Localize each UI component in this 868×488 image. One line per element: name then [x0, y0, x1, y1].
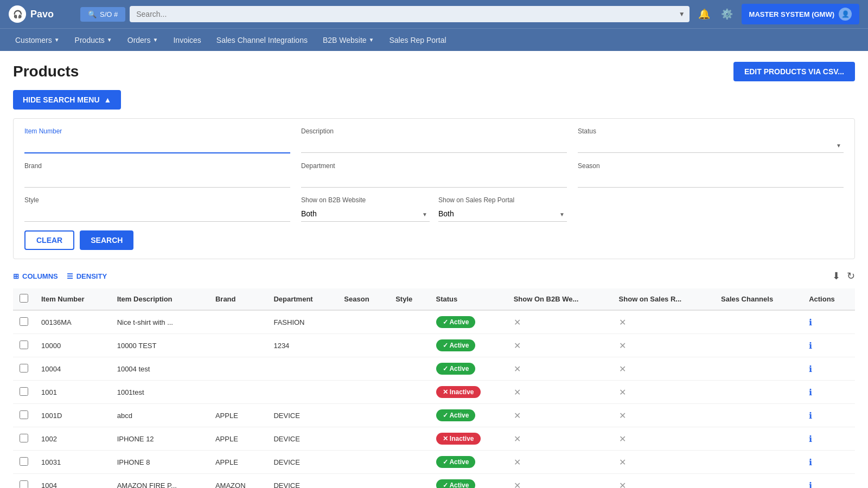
description-input[interactable] [301, 137, 567, 153]
table-row: 10031 IPHONE 8 APPLE DEVICE ✓ Active ✕ ✕… [13, 451, 855, 474]
select-all-header [13, 288, 35, 310]
search-area: 🔍 S/O # ▼ [80, 6, 690, 22]
columns-button[interactable]: ⊞ COLUMNS [13, 272, 58, 280]
row-brand: AMAZON [209, 474, 267, 489]
info-button[interactable]: ℹ [809, 434, 812, 444]
info-button[interactable]: ℹ [809, 457, 812, 467]
item-number-input[interactable] [24, 137, 290, 153]
clear-button[interactable]: CLEAR [24, 230, 74, 250]
status-badge: ✓ Active [436, 316, 476, 328]
row-show-b2b: ✕ [507, 381, 612, 404]
search-row-2: Brand Department Season [24, 162, 844, 188]
search-panel: Item Number Description Status Active In… [13, 118, 855, 259]
row-checkbox[interactable] [20, 341, 28, 349]
info-button[interactable]: ℹ [809, 387, 812, 397]
department-input[interactable] [301, 172, 567, 188]
row-actions: ℹ [802, 474, 855, 489]
search-icon: 🔍 [88, 10, 97, 18]
row-status: ✓ Active [430, 451, 507, 474]
row-brand: APPLE [209, 451, 267, 474]
row-brand [209, 381, 267, 404]
empty-col [578, 196, 844, 222]
row-style [389, 334, 429, 357]
status-select[interactable]: Active Inactive [578, 137, 844, 153]
status-badge: ✓ Active [436, 479, 476, 488]
row-sales-channels [714, 427, 802, 451]
show-sales-select[interactable]: Both Yes No [438, 206, 567, 222]
season-input[interactable] [578, 172, 844, 188]
x-mark-icon: ✕ [619, 434, 626, 444]
row-status: ✕ Inactive [430, 381, 507, 404]
row-actions: ℹ [802, 381, 855, 404]
nav-item-sales-channel[interactable]: Sales Channel Integrations [210, 31, 314, 49]
style-input[interactable] [24, 206, 290, 222]
nav-item-sales-rep[interactable]: Sales Rep Portal [383, 31, 453, 49]
row-style [389, 404, 429, 427]
row-brand [209, 357, 267, 381]
select-all-checkbox[interactable] [20, 294, 28, 303]
row-checkbox[interactable] [20, 317, 28, 326]
hide-search-menu-button[interactable]: HIDE SEARCH MENU ▲ [13, 90, 121, 110]
row-checkbox[interactable] [20, 364, 28, 373]
download-button[interactable]: ⬇ [832, 270, 840, 282]
nav-item-invoices[interactable]: Invoices [167, 31, 207, 49]
row-show-sales: ✕ [612, 310, 714, 334]
info-button[interactable]: ℹ [809, 410, 812, 421]
row-season [337, 357, 389, 381]
row-item-number: 1004 [35, 474, 111, 489]
row-sales-channels [714, 381, 802, 404]
nav-item-products[interactable]: Products ▼ [68, 31, 119, 49]
row-department: 1234 [267, 334, 337, 357]
x-mark-icon: ✕ [514, 364, 521, 374]
row-season [337, 427, 389, 451]
row-actions: ℹ [802, 404, 855, 427]
info-button[interactable]: ℹ [809, 317, 812, 328]
row-style [389, 357, 429, 381]
row-season [337, 474, 389, 489]
row-description: 1001test [111, 381, 209, 404]
row-checkbox[interactable] [20, 410, 28, 419]
table-row: 1001 1001test ✕ Inactive ✕ ✕ ℹ [13, 381, 855, 404]
row-style [389, 427, 429, 451]
brand-field: Brand [24, 162, 290, 188]
notifications-button[interactable]: 🔔 [696, 6, 712, 22]
row-brand [209, 310, 267, 334]
global-search-input[interactable] [130, 6, 689, 22]
master-system-button[interactable]: MASTER SYSTEM (GMW) 👤 [742, 4, 859, 24]
row-description: abcd [111, 404, 209, 427]
row-checkbox[interactable] [20, 480, 28, 489]
refresh-button[interactable]: ↻ [847, 270, 855, 282]
row-sales-channels [714, 310, 802, 334]
show-b2b-select[interactable]: Both Yes No [301, 206, 430, 222]
row-checkbox-cell [13, 357, 35, 381]
so-button[interactable]: 🔍 S/O # [80, 7, 125, 22]
style-label: Style [24, 196, 290, 204]
search-button[interactable]: SEARCH [80, 230, 133, 250]
row-show-sales: ✕ [612, 474, 714, 489]
row-department: DEVICE [267, 474, 337, 489]
edit-csv-button[interactable]: EDIT PRODUCTS VIA CSV... [733, 62, 855, 81]
row-checkbox[interactable] [20, 434, 28, 442]
brand-label: Brand [24, 162, 290, 170]
row-checkbox[interactable] [20, 457, 28, 466]
density-button[interactable]: ☰ DENSITY [67, 272, 107, 280]
row-checkbox[interactable] [20, 387, 28, 396]
nav-item-b2b[interactable]: B2B Website ▼ [316, 31, 381, 49]
top-bar: 🎧 Pavo 🔍 S/O # ▼ 🔔 ⚙️ MASTER SYSTEM (GMW… [0, 0, 868, 28]
row-item-number: 10004 [35, 357, 111, 381]
nav-item-orders[interactable]: Orders ▼ [121, 31, 165, 49]
nav-item-customers[interactable]: Customers ▼ [9, 31, 66, 49]
row-brand: APPLE [209, 404, 267, 427]
row-actions: ℹ [802, 310, 855, 334]
brand-input[interactable] [24, 172, 290, 188]
search-row-3: Style Show on B2B Website Both Yes No Sh [24, 196, 844, 222]
info-button[interactable]: ℹ [809, 480, 812, 489]
show-sales-select-wrapper: Both Yes No [438, 206, 567, 222]
search-dropdown-button[interactable]: ▼ [679, 10, 685, 18]
settings-button[interactable]: ⚙️ [719, 6, 735, 22]
status-select-wrapper: Active Inactive [578, 137, 844, 153]
main-content: Products EDIT PRODUCTS VIA CSV... HIDE S… [0, 51, 868, 488]
info-button[interactable]: ℹ [809, 341, 812, 351]
info-button[interactable]: ℹ [809, 364, 812, 374]
row-season [337, 404, 389, 427]
